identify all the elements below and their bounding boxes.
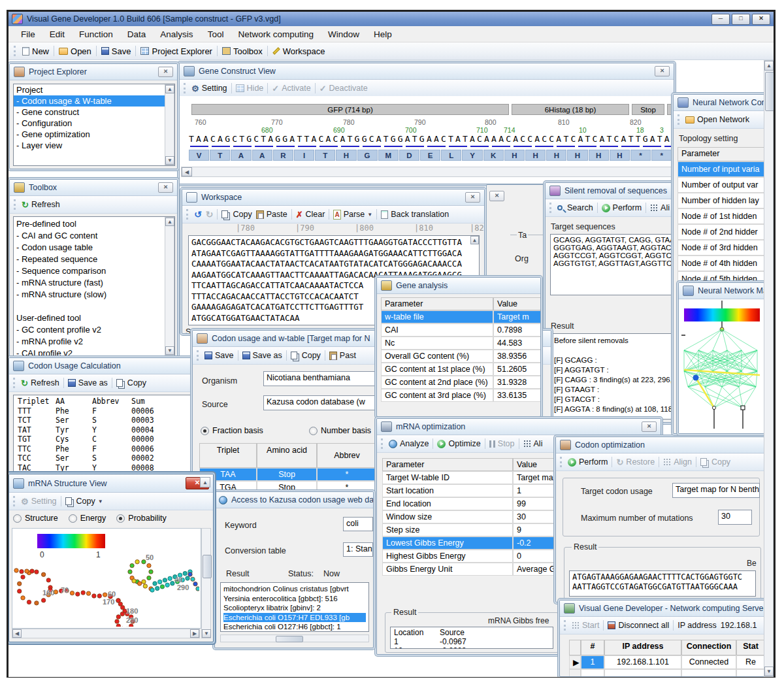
back-translation-button[interactable]: Back translation	[381, 210, 449, 219]
hide-button[interactable]: Hide	[236, 84, 264, 93]
align-button[interactable]: Ali	[650, 203, 670, 212]
param-row[interactable]: 9	[513, 523, 557, 536]
table-row[interactable]: Stop	[257, 468, 317, 481]
kazusa-titlebar[interactable]: Access to Kazusa codon usage web datab	[215, 492, 373, 508]
maximize-button[interactable]: □	[732, 14, 750, 25]
col-header-num[interactable]: #	[581, 640, 604, 655]
menu-tool[interactable]: Tool	[201, 27, 231, 41]
param-row[interactable]: Target W-table ID	[382, 471, 513, 484]
col-header-amino[interactable]: Amino acid	[257, 443, 317, 468]
kazusa-row-selected[interactable]: Escherichia coli O157:H7 EDL933 [gb	[223, 613, 366, 623]
tool-mrna-profile[interactable]: - mRNA profile v2	[16, 336, 172, 348]
structure-radio[interactable]: Structure	[13, 514, 58, 523]
scroll-right-icon[interactable]: ▶	[190, 629, 199, 638]
band-6histag[interactable]: 6Histag (18 bp)	[512, 104, 629, 115]
gene-construct-titlebar[interactable]: Gene Construct View ✕	[180, 63, 674, 80]
nn-config-titlebar[interactable]: Neural Network Con	[674, 95, 764, 111]
param-row[interactable]: 30	[513, 510, 557, 523]
amino-box[interactable]: T	[315, 150, 335, 161]
toolbox-close-icon[interactable]: ✕	[158, 182, 173, 193]
param-row[interactable]: Average G	[513, 563, 557, 576]
menu-window[interactable]: Window	[321, 27, 367, 41]
menu-data[interactable]: Data	[120, 27, 154, 41]
perform-button[interactable]: Perform	[602, 203, 642, 212]
restore-button[interactable]: ↻Restore	[616, 457, 655, 467]
kazusa-hscrollbar[interactable]	[220, 634, 369, 642]
param-row-selected[interactable]: Lowest Gibbs Energy	[382, 536, 513, 550]
copy-button[interactable]: Copy	[291, 351, 321, 360]
amino-box[interactable]: V	[189, 150, 209, 161]
conn-row-status[interactable]: Re	[736, 655, 764, 669]
nn-row-hidden-layers[interactable]: Number of hidden lay	[678, 193, 764, 208]
clear-button[interactable]: ✗Clear	[296, 210, 325, 219]
nn-row-output-vars[interactable]: Number of output var	[678, 177, 764, 193]
perform-button[interactable]: Perform	[568, 457, 608, 467]
setting-button[interactable]: ⚙Setting	[191, 84, 227, 93]
col-header-triplet[interactable]: Triplet	[199, 443, 257, 468]
param-row[interactable]: Target ma	[513, 471, 557, 484]
scroll-left-icon[interactable]: ◀	[12, 629, 22, 638]
amino-box[interactable]: A	[252, 150, 272, 161]
menu-network-computing[interactable]: Network computing	[231, 27, 321, 41]
param-row[interactable]: Gibbs Energy Unit	[382, 563, 513, 576]
amino-box[interactable]: *	[630, 150, 651, 161]
minimize-button[interactable]: ─	[711, 14, 730, 25]
start-button[interactable]: Start	[572, 621, 599, 630]
tool-mrna-fast[interactable]: - mRNA structure (fast)	[16, 277, 172, 289]
kazusa-row[interactable]: Yersinia enterocolitica [gbbct]: 516	[223, 594, 366, 604]
copy-button[interactable]: Copy▼	[65, 497, 103, 506]
param-gc-1st[interactable]: GC content at 1st place (%)	[381, 363, 493, 376]
disconnect-all-button[interactable]: Disconnect all	[608, 621, 669, 630]
param-row[interactable]: Step size	[382, 523, 513, 536]
menu-help[interactable]: Help	[367, 27, 399, 41]
amino-box[interactable]: H	[336, 150, 356, 161]
col-header-status[interactable]: Stat	[736, 640, 764, 655]
project-root[interactable]: Project	[14, 84, 174, 95]
construct-sequence[interactable]: TAACAGCTGCTAGGATTACACATGGCATGGATGAACTATA…	[189, 134, 674, 144]
optimize-button[interactable]: Optimize	[437, 439, 480, 448]
amino-box[interactable]: D	[399, 150, 419, 161]
kazusa-row[interactable]: Scoliopteryx libatrix [gbinv]: 2	[223, 603, 366, 613]
nn-map-titlebar[interactable]: Neural Network Ma ≡	[679, 283, 764, 299]
stop-button[interactable]: Stop	[489, 439, 515, 448]
param-gc-2nd[interactable]: GC content at 2nd place (%)	[381, 376, 493, 389]
menu-file[interactable]: File	[14, 27, 42, 41]
amino-box[interactable]: T	[210, 150, 230, 161]
toolbox-scrollbar[interactable]: ▲ ▼	[165, 217, 174, 355]
table-row[interactable]: *	[317, 468, 377, 481]
number-basis-radio[interactable]: Number basis	[309, 426, 371, 435]
tree-item-configuration[interactable]: - Configuration	[14, 118, 174, 129]
paste-button[interactable]: Paste	[256, 210, 287, 219]
scroll-left-icon[interactable]: ◀	[182, 167, 192, 176]
amino-box[interactable]: Y	[462, 150, 482, 161]
param-row[interactable]: 99	[513, 497, 557, 510]
max-mutations-input[interactable]: 30	[718, 510, 752, 525]
value-wtable-file[interactable]: Target m	[493, 310, 541, 323]
tree-item-gene-construct[interactable]: - Gene construct	[14, 107, 174, 118]
col-header-connection[interactable]: Connection	[681, 640, 736, 655]
project-explorer-button[interactable]: Project Explorer	[140, 46, 212, 56]
copy-button[interactable]: Copy	[116, 378, 146, 387]
amino-box[interactable]: M	[378, 150, 399, 161]
align-button[interactable]: Align	[663, 457, 692, 467]
refresh-button[interactable]: ↻Refresh	[21, 378, 59, 387]
col-header-value[interactable]: Value	[493, 297, 541, 310]
nn-row-node-3rd[interactable]: Node # of 3rd hidden	[678, 240, 764, 255]
tool-cai-gc[interactable]: - CAI and GC content	[16, 230, 172, 242]
amino-box[interactable]: H	[546, 150, 566, 161]
align-button[interactable]: Ali	[523, 439, 543, 448]
deactivate-button[interactable]: ✓Deactivate	[319, 84, 368, 93]
tree-item-codon-usage[interactable]: - Codon usage & W-table	[14, 95, 174, 107]
scroll-down-icon[interactable]: ▼	[202, 629, 211, 638]
scroll-thumb[interactable]	[765, 72, 774, 111]
workspace-titlebar[interactable]: Workspace ✕	[182, 189, 484, 206]
tool-sequence-comparison[interactable]: - Sequence comparison	[16, 265, 172, 277]
param-row[interactable]: 0	[513, 550, 557, 563]
col-header-value[interactable]: Value	[513, 458, 557, 471]
copy-button[interactable]: Copy	[221, 210, 252, 219]
project-explorer-close-icon[interactable]: ✕	[158, 67, 173, 77]
open-button[interactable]: Open	[59, 46, 91, 56]
tool-cai-profile[interactable]: - CAI profile v2	[16, 348, 172, 357]
amino-box[interactable]: H	[610, 150, 630, 161]
codon-opt-result-box[interactable]: ATGAGTAAAGGAGAAGAACTTTTCACTGGAGTGGTC AAT…	[569, 570, 756, 597]
